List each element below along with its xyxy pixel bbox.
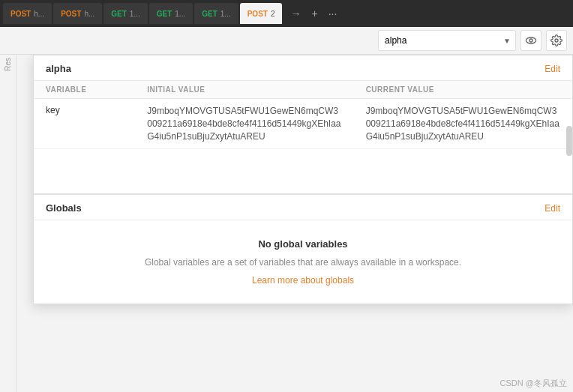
tab-method-label: GET xyxy=(111,10,127,18)
variable-table: VARIABLE INITIAL VALUE CURRENT VALUE key… xyxy=(34,81,572,149)
column-header-current: CURRENT VALUE xyxy=(354,81,572,99)
alpha-edit-link[interactable]: Edit xyxy=(544,64,560,74)
env-dropdown-panel: alpha Edit VARIABLE INITIAL VALUE CURREN… xyxy=(33,55,573,304)
svg-point-1 xyxy=(530,39,532,42)
tab-more-button[interactable]: ··· xyxy=(325,7,341,20)
current-value-text: J9mboqYMOVGTUSA5tFWU1GewEN6mqCW3009211a6… xyxy=(366,106,560,142)
column-header-initial: INITIAL VALUE xyxy=(135,81,353,99)
initial-value-cell: J9mboqYMOVGTUSA5tFWU1GewEN6mqCW3009211a6… xyxy=(135,99,353,149)
no-globals-title: No global variables xyxy=(46,238,560,250)
tab-name-label: h... xyxy=(84,10,94,18)
tab-post-h2[interactable]: POST h... xyxy=(53,3,102,24)
tab-method-label: POST xyxy=(10,10,31,18)
tab-get-2[interactable]: GET 1... xyxy=(149,3,193,24)
learn-more-globals-link[interactable]: Learn more about globals xyxy=(252,275,354,286)
tab-add-button[interactable]: + xyxy=(308,7,321,20)
panel-area: alpha Edit VARIABLE INITIAL VALUE CURREN… xyxy=(16,55,573,392)
eye-icon-button[interactable] xyxy=(520,30,542,51)
table-header: VARIABLE INITIAL VALUE CURRENT VALUE xyxy=(34,81,572,99)
tab-post-h1[interactable]: POST h... xyxy=(3,3,52,24)
settings-icon-button[interactable] xyxy=(546,30,567,51)
globals-edit-link[interactable]: Edit xyxy=(544,203,560,214)
initial-value-text: J9mboqYMOVGTUSA5tFWU1GewEN6mqCW3009211a6… xyxy=(147,106,340,142)
current-value-cell: J9mboqYMOVGTUSA5tFWU1GewEN6mqCW3009211a6… xyxy=(354,99,572,149)
table-body: key J9mboqYMOVGTUSA5tFWU1GewEN6mqCW30092… xyxy=(34,99,572,149)
alpha-section-header: alpha Edit xyxy=(34,55,572,81)
watermark: CSDN @冬风孤立 xyxy=(500,378,567,389)
env-bar: alpha ▼ xyxy=(0,27,573,55)
tab-actions: → + ··· xyxy=(286,7,340,20)
variable-table-wrapper: VARIABLE INITIAL VALUE CURRENT VALUE key… xyxy=(34,81,572,149)
tab-post-2[interactable]: POST 2 xyxy=(240,3,283,24)
env-select-wrapper[interactable]: alpha ▼ xyxy=(378,30,516,51)
tab-name-label: 2 xyxy=(271,10,275,18)
tab-method-label: GET xyxy=(157,10,172,18)
tab-name-label: 1... xyxy=(130,10,140,18)
svg-point-0 xyxy=(526,37,536,43)
globals-header: Globals Edit xyxy=(34,195,572,220)
res-label: Res xyxy=(4,58,12,74)
svg-point-2 xyxy=(555,39,558,42)
table-row: key J9mboqYMOVGTUSA5tFWU1GewEN6mqCW30092… xyxy=(34,99,572,149)
variable-name-cell: key xyxy=(34,99,135,149)
chevron-down-icon: ▼ xyxy=(499,37,515,45)
globals-body: No global variables Global variables are… xyxy=(34,220,572,304)
column-header-variable: VARIABLE xyxy=(34,81,135,99)
env-select[interactable]: alpha xyxy=(379,30,499,51)
tab-arrow-button[interactable]: → xyxy=(286,7,304,20)
tab-bar: POST h... POST h... GET 1... GET 1... GE… xyxy=(0,0,573,27)
globals-title: Globals xyxy=(46,202,82,214)
tab-name-label: 1... xyxy=(175,10,185,18)
tab-method-label: POST xyxy=(248,10,268,18)
main-content: Res alpha Edit VARIABLE INITIAL VALUE CU… xyxy=(0,55,573,392)
tab-get-1[interactable]: GET 1... xyxy=(104,3,147,24)
no-globals-description: Global variables are a set of variables … xyxy=(46,256,560,269)
tab-get-3[interactable]: GET 1... xyxy=(194,3,238,24)
sidebar-left: Res xyxy=(0,55,16,392)
tab-method-label: GET xyxy=(202,10,218,18)
empty-space xyxy=(34,149,572,194)
alpha-title: alpha xyxy=(46,63,71,74)
tab-method-label: POST xyxy=(61,10,81,18)
tab-name-label: 1... xyxy=(220,10,231,18)
globals-section: Globals Edit No global variables Global … xyxy=(34,194,572,304)
scroll-handle[interactable] xyxy=(566,126,572,156)
tab-name-label: h... xyxy=(34,10,44,18)
